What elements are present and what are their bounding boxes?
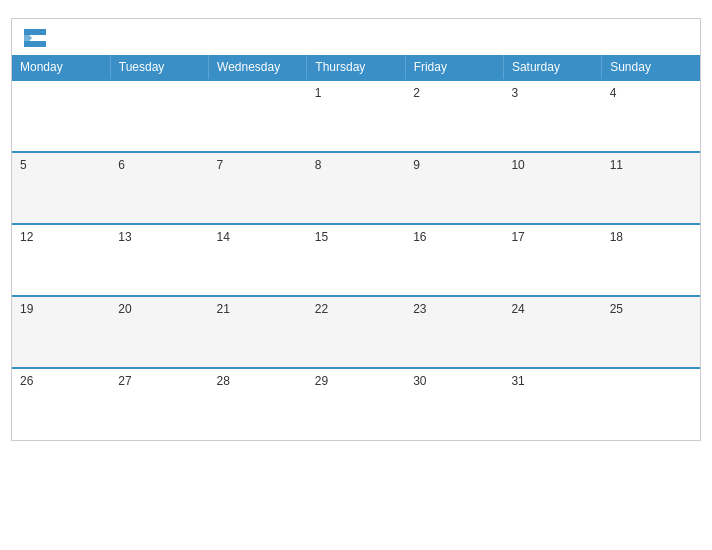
day-number: 15 xyxy=(315,230,328,244)
day-number: 23 xyxy=(413,302,426,316)
day-number: 10 xyxy=(511,158,524,172)
week-row: 262728293031 xyxy=(12,368,700,440)
week-row: 1234 xyxy=(12,80,700,152)
day-number: 20 xyxy=(118,302,131,316)
day-number: 11 xyxy=(610,158,623,172)
day-number: 13 xyxy=(118,230,131,244)
calendar-day xyxy=(110,80,208,152)
day-number: 24 xyxy=(511,302,524,316)
calendar-day: 21 xyxy=(209,296,307,368)
calendar-day: 31 xyxy=(503,368,601,440)
calendar-day: 16 xyxy=(405,224,503,296)
day-number: 26 xyxy=(20,374,33,388)
calendar-day: 4 xyxy=(602,80,700,152)
calendar-day: 19 xyxy=(12,296,110,368)
day-number: 14 xyxy=(217,230,230,244)
weekday-header: Thursday xyxy=(307,55,405,80)
calendar-header xyxy=(12,19,700,55)
calendar-container: MondayTuesdayWednesdayThursdayFridaySatu… xyxy=(11,18,701,441)
day-number: 7 xyxy=(217,158,224,172)
weekday-header: Monday xyxy=(12,55,110,80)
calendar-day: 23 xyxy=(405,296,503,368)
day-number: 4 xyxy=(610,86,617,100)
calendar-day: 17 xyxy=(503,224,601,296)
calendar-day: 20 xyxy=(110,296,208,368)
calendar-day: 8 xyxy=(307,152,405,224)
calendar-day: 6 xyxy=(110,152,208,224)
week-row: 19202122232425 xyxy=(12,296,700,368)
weekday-header-row: MondayTuesdayWednesdayThursdayFridaySatu… xyxy=(12,55,700,80)
weekday-header: Sunday xyxy=(602,55,700,80)
calendar-day: 7 xyxy=(209,152,307,224)
day-number: 16 xyxy=(413,230,426,244)
day-number: 25 xyxy=(610,302,623,316)
day-number: 19 xyxy=(20,302,33,316)
weekday-header: Friday xyxy=(405,55,503,80)
calendar-day: 25 xyxy=(602,296,700,368)
day-number: 18 xyxy=(610,230,623,244)
week-row: 12131415161718 xyxy=(12,224,700,296)
weekday-header: Saturday xyxy=(503,55,601,80)
calendar-day: 13 xyxy=(110,224,208,296)
calendar-day: 9 xyxy=(405,152,503,224)
calendar-day xyxy=(12,80,110,152)
calendar-grid: MondayTuesdayWednesdayThursdayFridaySatu… xyxy=(12,55,700,440)
day-number: 28 xyxy=(217,374,230,388)
day-number: 12 xyxy=(20,230,33,244)
calendar-day: 22 xyxy=(307,296,405,368)
day-number: 5 xyxy=(20,158,27,172)
calendar-day: 11 xyxy=(602,152,700,224)
day-number: 31 xyxy=(511,374,524,388)
day-number: 17 xyxy=(511,230,524,244)
calendar-day: 18 xyxy=(602,224,700,296)
day-number: 27 xyxy=(118,374,131,388)
calendar-day: 24 xyxy=(503,296,601,368)
day-number: 8 xyxy=(315,158,322,172)
calendar-day: 10 xyxy=(503,152,601,224)
calendar-day: 28 xyxy=(209,368,307,440)
day-number: 9 xyxy=(413,158,420,172)
weekday-header: Tuesday xyxy=(110,55,208,80)
day-number: 3 xyxy=(511,86,518,100)
calendar-day: 5 xyxy=(12,152,110,224)
day-number: 2 xyxy=(413,86,420,100)
logo xyxy=(22,29,46,47)
calendar-day: 14 xyxy=(209,224,307,296)
logo-flag-icon xyxy=(24,29,46,47)
day-number: 30 xyxy=(413,374,426,388)
calendar-day: 12 xyxy=(12,224,110,296)
day-number: 6 xyxy=(118,158,125,172)
weekday-header: Wednesday xyxy=(209,55,307,80)
calendar-day xyxy=(209,80,307,152)
calendar-day xyxy=(602,368,700,440)
calendar-day: 27 xyxy=(110,368,208,440)
calendar-day: 30 xyxy=(405,368,503,440)
day-number: 29 xyxy=(315,374,328,388)
calendar-day: 2 xyxy=(405,80,503,152)
week-row: 567891011 xyxy=(12,152,700,224)
calendar-day: 1 xyxy=(307,80,405,152)
calendar-day: 15 xyxy=(307,224,405,296)
day-number: 21 xyxy=(217,302,230,316)
calendar-day: 26 xyxy=(12,368,110,440)
calendar-day: 3 xyxy=(503,80,601,152)
calendar-day: 29 xyxy=(307,368,405,440)
day-number: 1 xyxy=(315,86,322,100)
day-number: 22 xyxy=(315,302,328,316)
